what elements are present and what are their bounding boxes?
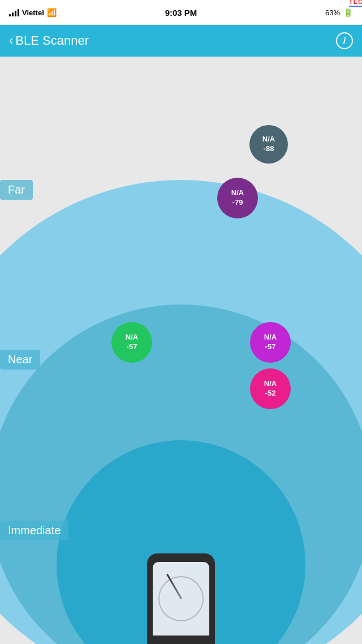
techrum-tech: TECH [349,0,362,5]
battery-percentage: 63% [325,8,340,17]
nav-title: BLE Scanner [15,33,89,48]
phone-screen [153,562,209,636]
device-value: -57 [127,342,137,352]
near-label: Near [0,350,40,370]
back-button[interactable]: ‹ BLE Scanner [9,33,89,48]
status-bar: Viettel 📶 9:03 PM TECHRUM INFO 63% 🔋 [0,0,362,25]
compass [158,576,204,621]
device-label: N/A [231,188,244,198]
radar-container: Far Near Immediate N/A -88 N/A -79 N/A -… [0,57,362,644]
carrier-label: Viettel [22,8,44,17]
device-bubble-d3[interactable]: N/A -57 [111,322,152,363]
compass-needle [166,574,182,599]
status-left: Viettel 📶 [9,8,57,17]
status-right: TECHRUM INFO 63% 🔋 [315,5,353,20]
wifi-icon: 📶 [47,8,57,17]
immediate-label: Immediate [0,521,68,540]
far-label: Far [0,180,33,200]
device-value: -88 [264,144,274,154]
techrum-info: INFO [349,7,362,12]
nav-bar: ‹ BLE Scanner i [0,25,362,57]
device-label: N/A [264,333,277,342]
device-bubble-d5[interactable]: N/A -52 [250,368,291,409]
back-arrow-icon: ‹ [9,33,13,48]
device-bubble-d4[interactable]: N/A -57 [250,322,291,363]
signal-icon [9,8,19,16]
time-label: 9:03 PM [165,8,197,18]
device-label: N/A [126,333,138,342]
device-value: -52 [265,389,276,398]
device-label: N/A [264,379,277,389]
device-bubble-d1[interactable]: N/A -88 [249,125,288,164]
info-button[interactable]: i [336,32,353,49]
device-label: N/A [262,135,275,144]
device-bubble-d2[interactable]: N/A -79 [217,178,258,218]
device-value: -57 [265,342,276,352]
device-value: -79 [232,198,243,208]
phone-device [147,553,215,644]
